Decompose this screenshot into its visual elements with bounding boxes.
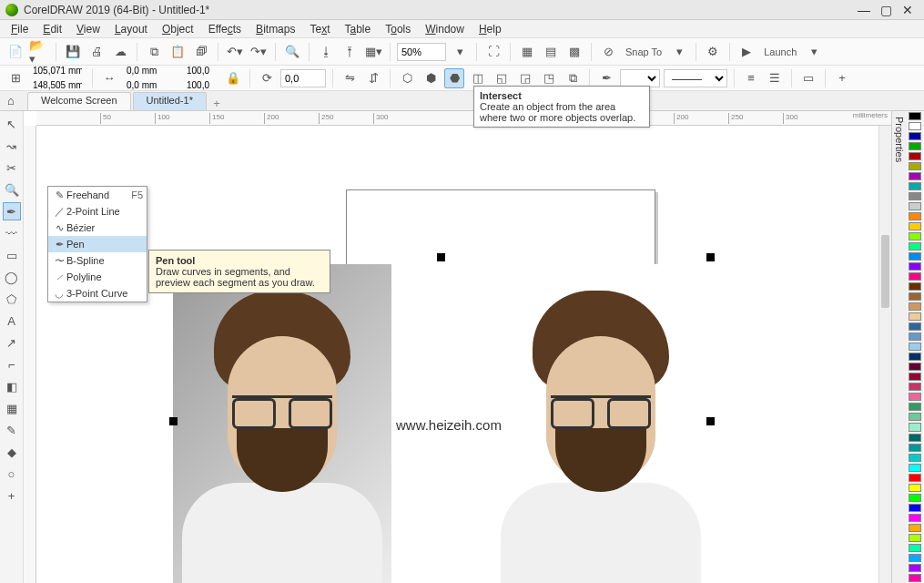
export-button[interactable]: ⭱	[340, 42, 360, 62]
flyout-pen[interactable]: ✒ Pen	[48, 236, 147, 252]
color-swatch[interactable]	[909, 484, 921, 492]
color-swatch[interactable]	[909, 423, 921, 431]
color-swatch[interactable]	[909, 182, 921, 190]
new-doc-button[interactable]: 📄	[5, 42, 25, 62]
color-swatch[interactable]	[909, 373, 921, 381]
intersect-button[interactable]: ⬣	[444, 68, 464, 88]
selection-handle[interactable]	[706, 417, 715, 425]
order-button[interactable]: ☰	[765, 68, 785, 88]
line-style-select[interactable]: ———	[664, 69, 727, 87]
maximize-button[interactable]: ▢	[875, 3, 897, 17]
save-button[interactable]: 💾	[63, 42, 83, 62]
launch-icon[interactable]: ▶	[736, 42, 756, 62]
publish-button[interactable]: ▦▾	[363, 42, 383, 62]
drop-shadow-tool[interactable]: ◧	[3, 377, 21, 395]
color-swatch[interactable]	[909, 383, 921, 391]
menu-edit[interactable]: Edit	[36, 21, 69, 37]
trim-button[interactable]: ⬢	[421, 68, 441, 88]
snap-options-button[interactable]: ▩	[564, 42, 584, 62]
color-swatch[interactable]	[909, 363, 921, 371]
weld-button[interactable]: ⬡	[397, 68, 417, 88]
bitmap-image-left[interactable]	[173, 264, 391, 583]
flyout-2point[interactable]: ／ 2-Point Line	[48, 203, 147, 220]
outline-width-select[interactable]	[620, 69, 660, 87]
pos-x-input[interactable]	[29, 64, 86, 78]
print-button[interactable]: 🖨	[86, 42, 107, 62]
zoom-tool[interactable]: 🔍	[3, 180, 21, 199]
color-swatch[interactable]	[909, 232, 921, 240]
paste-button[interactable]: 📋	[168, 42, 188, 62]
close-button[interactable]: ✕	[897, 3, 919, 17]
color-swatch[interactable]	[909, 343, 921, 351]
color-swatch[interactable]	[909, 504, 921, 512]
color-swatch[interactable]	[909, 322, 921, 331]
color-swatch[interactable]	[909, 393, 921, 401]
color-swatch[interactable]	[909, 172, 921, 180]
curve-flyout-tool[interactable]: ✒	[3, 202, 21, 220]
clipboard-button[interactable]: 🗊	[191, 42, 211, 62]
shape-tool[interactable]: ↝	[3, 137, 21, 155]
snap-to-dropdown[interactable]: Snap To	[622, 46, 665, 57]
search-button[interactable]: 🔍	[282, 42, 302, 62]
zoom-dropdown-icon[interactable]: ▾	[450, 42, 470, 62]
color-swatch[interactable]	[909, 434, 921, 442]
selection-handle[interactable]	[169, 417, 178, 425]
color-swatch[interactable]	[909, 312, 921, 321]
menu-window[interactable]: Window	[418, 21, 472, 37]
flyout-3point[interactable]: ◡ 3-Point Curve	[48, 285, 147, 302]
rotation-input[interactable]	[280, 69, 326, 87]
drawing-canvas[interactable]: www.heizeih.com	[36, 126, 924, 583]
color-swatch[interactable]	[909, 474, 921, 482]
fullscreen-button[interactable]: ⛶	[483, 42, 503, 62]
align-button[interactable]: ▭	[798, 68, 818, 88]
color-swatch[interactable]	[909, 464, 921, 472]
chevron-down-icon[interactable]: ▾	[804, 42, 824, 62]
flyout-bspline[interactable]: 〜 B-Spline	[48, 252, 147, 269]
eyedropper-tool[interactable]: ✎	[3, 421, 21, 439]
object-origin-icon[interactable]: ⊞	[5, 68, 25, 88]
flyout-polyline[interactable]: ⟋ Polyline	[48, 269, 147, 285]
menu-file[interactable]: File	[4, 21, 36, 37]
color-swatch[interactable]	[909, 444, 921, 452]
color-swatch[interactable]	[909, 212, 921, 220]
ellipse-tool[interactable]: ◯	[3, 268, 21, 286]
scale-y-input[interactable]	[183, 78, 219, 93]
height-input[interactable]	[123, 78, 179, 93]
color-swatch[interactable]	[909, 192, 921, 200]
wrap-text-button[interactable]: ≡	[741, 68, 761, 88]
rectangle-tool[interactable]: ▭	[3, 246, 21, 264]
menu-effects[interactable]: Effects	[201, 21, 249, 37]
menu-layout[interactable]: Layout	[107, 21, 155, 37]
outline-tool[interactable]: ○	[3, 465, 21, 483]
color-swatch[interactable]	[909, 222, 921, 230]
color-swatch[interactable]	[909, 454, 921, 462]
redo-button[interactable]: ↷▾	[249, 42, 269, 62]
color-swatch[interactable]	[909, 242, 921, 251]
grid-button[interactable]: ▦	[517, 42, 537, 62]
color-swatch[interactable]	[909, 152, 921, 160]
add-tab-button[interactable]: +	[208, 97, 225, 110]
lock-ratio-button[interactable]: 🔒	[223, 68, 243, 88]
scrollbar-thumb[interactable]	[881, 235, 889, 308]
color-swatch[interactable]	[909, 413, 921, 421]
home-icon[interactable]: ⌂	[7, 94, 24, 110]
open-button[interactable]: 📂▾	[29, 42, 49, 62]
add-tool-button[interactable]: +	[3, 486, 21, 505]
undo-button[interactable]: ↶▾	[225, 42, 245, 62]
import-button[interactable]: ⭳	[316, 42, 336, 62]
menu-view[interactable]: View	[69, 21, 107, 37]
color-swatch[interactable]	[909, 534, 921, 542]
mirror-h-button[interactable]: ⇋	[340, 68, 360, 88]
selection-handle[interactable]	[437, 253, 445, 261]
color-swatch[interactable]	[909, 122, 921, 130]
color-swatch[interactable]	[909, 202, 921, 210]
add-button[interactable]: +	[832, 68, 852, 88]
flyout-bezier[interactable]: ∿ Bézier	[48, 220, 147, 236]
vertical-scrollbar[interactable]	[878, 126, 891, 583]
color-swatch[interactable]	[909, 162, 921, 170]
color-swatch[interactable]	[909, 524, 921, 532]
color-swatch[interactable]	[909, 262, 921, 271]
color-swatch[interactable]	[909, 252, 921, 261]
pick-tool[interactable]: ↖	[3, 115, 21, 133]
width-input[interactable]	[123, 64, 179, 78]
